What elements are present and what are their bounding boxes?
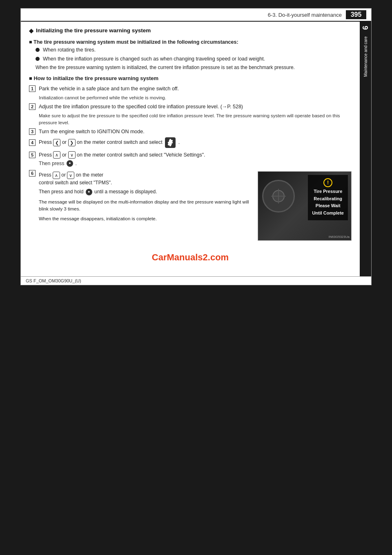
step-text-2: Adjust the tire inflation pressure to th… [39, 103, 352, 111]
step-text-1: Park the vehicle in a safe place and tur… [39, 85, 352, 93]
circle-btn-icon-5: ● [67, 160, 73, 167]
step-text-4: Press ❮ or ❯ on the meter control switch… [39, 137, 352, 148]
main-content: ◆ Initializing the tire pressure warning… [21, 22, 360, 276]
step-num-5: 5 [29, 152, 36, 158]
step-6-line2: control switch and select "TPMS". [39, 179, 251, 186]
chevron-right-icon: ❯ [68, 139, 76, 146]
note-initialized: When the tire pressure warning system is… [36, 64, 352, 71]
step-6-line1: Press ∧ or ∨ on the meter [39, 171, 251, 179]
chevron-up-icon-6: ∧ [53, 172, 60, 179]
step-text-3: Turn the engine switch to IGNITION ON mo… [39, 128, 352, 136]
how-to-section: ■ How to initialize the tire pressure wa… [29, 74, 352, 241]
footer: GS F_OM_OM30G90U_(U) [21, 276, 371, 285]
chevron-left-icon: ❮ [53, 139, 60, 146]
step-2: 2 Adjust the tire inflation pressure to … [29, 103, 352, 126]
step-6-note2: When the message disappears, initializat… [39, 215, 251, 222]
tpms-line3: Please Wait [312, 202, 344, 210]
step-note-2: Make sure to adjust the tire pressure to… [39, 112, 352, 127]
chevron-up-icon-5: ∧ [53, 151, 60, 159]
step-num-1: 1 [29, 85, 36, 92]
chevron-down-icon-6: ∨ [67, 172, 74, 179]
page-number: 395 [346, 10, 366, 19]
carmanuals-watermark: CarManuals2.com [29, 242, 352, 268]
step-note-1: Initialization cannot be performed while… [39, 94, 352, 101]
bullet-item-2: When the tire inflation pressure is chan… [36, 55, 352, 63]
diamond-icon: ◆ [29, 27, 33, 35]
subsection-title-1: ■ The tire pressure warning system must … [29, 38, 352, 46]
tpms-warn-icon: ! [312, 178, 344, 187]
footer-text: GS F_OM_OM30G90U_(U) [26, 278, 81, 283]
section-heading: ◆ Initializing the tire pressure warning… [29, 27, 352, 35]
step-num-3: 3 [29, 128, 36, 135]
tpms-line1: Tire Pressure [312, 188, 344, 195]
bullet-icon-1 [36, 48, 40, 52]
section-heading-text: Initializing the tire pressure warning s… [36, 27, 151, 35]
how-to-title: ■ How to initialize the tire pressure wa… [29, 74, 352, 83]
tpms-line2: Recalibrating [312, 195, 344, 203]
page-header: 6-3. Do-it-yourself maintenance 395 [21, 9, 371, 22]
step-4: 4 Press ❮ or ❯ on the meter control swit… [29, 137, 352, 148]
tpms-overlay: ! Tire Pressure Recalibrating Please Wai… [308, 175, 348, 220]
steering-wheel [262, 180, 295, 213]
step-num-2: 2 [29, 103, 36, 110]
step-6-line3: Then press and hold ● until a message is… [39, 188, 251, 195]
bullet-item-1: When rotating the tires. [36, 46, 352, 54]
bullet-icon-2 [36, 57, 40, 61]
tpms-image: ! Tire Pressure Recalibrating Please Wai… [258, 171, 352, 241]
step-6-content: Press ∧ or ∨ on the meter control switch… [39, 171, 352, 241]
step-6: 6 Press ∧ or ∨ on the meter [29, 170, 352, 241]
step-3: 3 Turn the engine switch to IGNITION ON … [29, 128, 352, 136]
sidebar-label: Maintenance and care [363, 36, 368, 77]
chevron-down-icon-5: ∨ [68, 151, 76, 159]
step-num-4: 4 [29, 139, 36, 146]
sidebar-tab: 6 Maintenance and care [360, 22, 371, 276]
sidebar-number: 6 [361, 26, 370, 30]
step-1: 1 Park the vehicle in a safe place and t… [29, 85, 352, 101]
step-text-5: Press ∧ or ∨ on the meter control switch… [39, 151, 352, 159]
step-6-note1: The message will be displayed on the mul… [39, 199, 251, 213]
circle-btn-icon-6: ● [86, 189, 92, 195]
subsection-block-1: ■ The tire pressure warning system must … [29, 38, 352, 71]
gear-icon-box [165, 137, 176, 148]
step-5-sub: Then press ● . [39, 160, 352, 168]
tpms-line4: Until Complete [312, 210, 344, 217]
image-caption: IN63G5323Ua [329, 235, 350, 239]
step-5: 5 Press ∧ or ∨ on the meter control swit… [29, 151, 352, 168]
section-title: 6-3. Do-it-yourself maintenance [26, 12, 346, 18]
step-num-6: 6 [29, 170, 36, 177]
step-6-text-block: Press ∧ or ∨ on the meter control switch… [39, 171, 251, 222]
gear-svg [166, 139, 174, 147]
